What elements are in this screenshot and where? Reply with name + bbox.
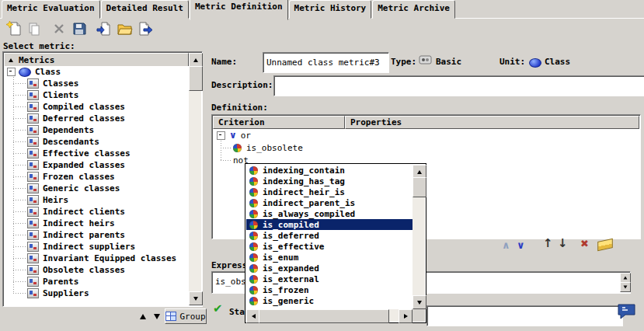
metric-tree-item[interactable]: Indirect clients [4,206,189,218]
criterion-row-is-obsolete[interactable]: is_obsolete [213,141,639,154]
tab-detailed-result[interactable]: Detailed Result [101,0,189,19]
metric-tree-item[interactable]: Heirs [4,194,189,206]
definition-grid-header: Criterion Properties [213,116,639,129]
move-criterion-up-button[interactable] [543,238,553,249]
move-metric-up-button[interactable] [137,310,149,322]
metric-tree-item[interactable]: Dependents [4,124,189,136]
new-metric-button[interactable] [5,20,23,39]
metric-icon [27,277,39,287]
metric-tree-item[interactable]: Parents [4,276,189,287]
metric-tree-item-label: Suppliers [43,288,89,298]
dropdown-item[interactable]: is_effective [246,241,413,252]
criterion-icon [249,264,258,273]
type-label: Type: [391,57,416,67]
group-toggle-button[interactable]: Group [165,308,207,324]
dropdown-horizontal-scrollbar[interactable] [246,309,413,322]
dropdown-vertical-scrollbar[interactable] [413,165,425,309]
metric-tree-item[interactable]: Invariant Equipped classes [4,253,189,264]
metric-tree-item[interactable]: Classes [4,78,189,89]
dropdown-item[interactable]: is_compiled [246,219,413,230]
dropdown-item[interactable]: indirect_heir_is [246,186,413,197]
eraser-icon [597,239,613,251]
criterion-icon [249,210,258,218]
criterion-icon [249,232,258,240]
properties-column-header[interactable]: Properties [345,116,639,129]
scroll-down-button[interactable] [189,291,203,305]
tab-metric-history[interactable]: Metric History [289,0,372,19]
metric-tree-item[interactable]: Indirect suppliers [4,241,189,253]
metric-icon [27,195,39,205]
clear-definition-button[interactable] [595,238,615,252]
metric-tree-item-label: Effective classes [43,148,131,159]
metric-tree: Metrics Class ClassesClientsCompiled cla… [2,51,203,307]
metric-tree-item-label: Obsolete classes [43,265,125,275]
metric-tree-item[interactable]: Suppliers [4,287,189,299]
scroll-thumb[interactable] [259,309,389,323]
scroll-down-button[interactable] [413,295,426,309]
tab-bar: Metric EvaluationDetailed ResultMetric D… [2,0,456,19]
metric-tree-root-label: Class [35,67,61,77]
dropdown-item[interactable]: is_expanded [246,263,413,274]
export-metrics-button[interactable] [135,20,154,39]
criterion-dropdown: indexing_containindexing_has_tagindirect… [245,163,426,323]
collapse-icon[interactable] [7,68,16,76]
metric-tree-item[interactable]: Clients [4,89,189,101]
metric-tree-item[interactable]: Deferred classes [4,113,189,124]
delete-metric-button[interactable] [50,20,68,39]
save-metric-button[interactable] [70,20,89,39]
collapse-icon[interactable] [217,131,225,140]
dropdown-item[interactable]: indexing_has_tag [246,176,413,186]
dropdown-item[interactable]: is_deferred [246,230,413,241]
tab-metric-archive[interactable]: Metric Archive [372,0,455,19]
metric-tree-item[interactable]: Effective classes [4,148,189,159]
dropdown-item[interactable]: is_always_compiled [246,208,413,219]
dropdown-item[interactable]: indirect_parent_is [246,197,413,208]
chevron-up-button[interactable] [502,240,510,250]
scroll-up-button[interactable] [189,53,203,67]
description-input[interactable] [273,75,644,96]
metric-tree-item[interactable]: Obsolete classes [4,264,189,276]
type-value: Basic [436,57,461,67]
metric-tree-item[interactable]: Generic classes [4,183,189,194]
dropdown-item[interactable]: is_external [246,274,413,284]
dropdown-item[interactable]: is_enum [246,252,413,263]
comment-button[interactable] [617,303,637,322]
metric-tree-item[interactable]: Indirect parents [4,229,189,241]
metric-tree-root[interactable]: Class [4,66,189,78]
tab-metric-definition[interactable]: Metric Definition [190,0,288,20]
move-metric-down-button[interactable] [151,310,163,322]
scroll-down-button[interactable] [620,282,631,292]
chevron-down-button[interactable] [517,240,525,250]
dropdown-item[interactable]: indexing_contain [246,165,413,176]
metric-icon [27,253,39,263]
open-metric-file-button[interactable] [115,20,134,39]
criterion-row-or[interactable]: or [213,129,639,141]
dropdown-item[interactable]: is_frozen [246,284,413,295]
move-criterion-down-button[interactable] [558,238,568,249]
metric-icon [27,125,39,135]
criterion-column-header[interactable]: Criterion [213,116,345,129]
copy-metric-button[interactable] [25,20,44,39]
delete-criterion-button[interactable] [580,239,589,249]
metric-tree-scrollbar[interactable] [189,53,201,305]
scroll-right-button[interactable] [399,309,413,323]
tab-metric-evaluation[interactable]: Metric Evaluation [2,0,100,19]
metric-tree-item[interactable]: Compiled classes [4,101,189,113]
metric-tree-item-label: Indirect suppliers [43,242,135,252]
class-unit-icon [529,58,541,68]
or-operator-icon [229,131,237,140]
dropdown-item-label: is_compiled [263,220,319,230]
metric-tool-window: Metric EvaluationDetailed ResultMetric D… [0,0,644,331]
dropdown-item[interactable]: is_generic [246,295,413,306]
scroll-thumb[interactable] [189,66,203,91]
name-input[interactable] [263,52,389,73]
expression-scrollbar[interactable] [620,273,629,292]
scroll-thumb[interactable] [413,177,426,197]
metric-tree-item[interactable]: Expanded classes [4,159,189,171]
metric-tree-item[interactable]: Indirect heirs [4,218,189,229]
metric-tree-item[interactable]: Descendants [4,136,189,148]
import-metrics-button[interactable] [95,20,113,39]
metric-icon [27,265,39,275]
metric-tree-item[interactable]: Frozen classes [4,171,189,183]
comment-input[interactable] [426,305,623,326]
